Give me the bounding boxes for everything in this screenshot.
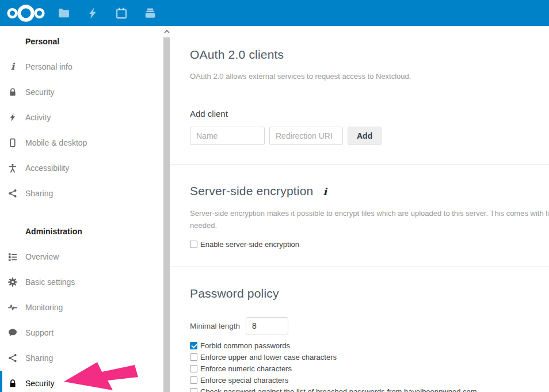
- policy-row: Enforce special characters: [190, 374, 549, 386]
- app-deck-button[interactable]: [143, 6, 158, 21]
- folder-icon: [58, 7, 70, 20]
- chevron-up-icon: [164, 30, 170, 33]
- policy-checkbox-label: Enforce numeric characters: [200, 364, 292, 373]
- password-policy-title: Password policy: [190, 286, 549, 301]
- policy-checkbox-label: Check password against the list of breac…: [200, 387, 477, 392]
- sidebar-section-personal: Personal: [0, 29, 163, 54]
- settings-sidebar: PersonaliPersonal infoSecurityActivityMo…: [0, 26, 163, 392]
- policy-row: Enforce numeric characters: [190, 363, 549, 374]
- share-icon: [7, 353, 18, 363]
- enable-encryption-checkbox[interactable]: [190, 241, 197, 248]
- policy-row: Enforce upper and lower case characters: [190, 351, 549, 363]
- gear-icon: [7, 277, 18, 287]
- top-bar: [0, 0, 549, 26]
- minimal-length-row: Minimal length: [190, 317, 549, 334]
- encryption-title-text: Server-side encryption: [190, 184, 314, 197]
- app-menu: [56, 0, 171, 26]
- encryption-description-line2: needed.: [190, 219, 549, 231]
- policy-row: Check password against the list of breac…: [190, 386, 549, 392]
- lock-icon: [7, 87, 18, 97]
- app-files-button[interactable]: [56, 6, 71, 21]
- sidebar-item-activity[interactable]: Activity: [0, 105, 163, 130]
- scroll-up-button[interactable]: [163, 27, 170, 36]
- enable-encryption-row: Enable server-side encryption: [190, 238, 549, 250]
- enforce-numeric-characters-checkbox[interactable]: [190, 365, 197, 372]
- sidebar-section-administration: Administration: [0, 219, 163, 244]
- oauth-clients-title: OAuth 2.0 clients: [190, 47, 549, 62]
- calendar-icon: [115, 7, 128, 20]
- server-side-encryption-section: Server-side encryptioni Server-side encr…: [170, 165, 549, 267]
- pulse-icon: [7, 302, 18, 313]
- sidebar-item-personal-info[interactable]: iPersonal info: [0, 54, 163, 79]
- sidebar-item-mobile-desktop[interactable]: Mobile & desktop: [0, 130, 163, 155]
- client-name-input[interactable]: [190, 127, 265, 145]
- encryption-title: Server-side encryptioni: [190, 184, 549, 199]
- sidebar-item-overview[interactable]: Overview: [0, 244, 163, 269]
- password-policy-section: Password policy Minimal length Forbid co…: [170, 267, 549, 392]
- sidebar-item-security[interactable]: Security: [0, 79, 163, 105]
- sidebar-item-accessibility[interactable]: Accessibility: [0, 155, 163, 181]
- main-content: OAuth 2.0 clients OAuth 2.0 allows exter…: [170, 26, 549, 392]
- bolt-icon: [86, 7, 99, 20]
- nextcloud-logo[interactable]: [6, 3, 45, 22]
- policy-checkbox-label: Forbid common passwords: [200, 341, 290, 350]
- deck-icon: [144, 7, 157, 20]
- policy-row: Forbid common passwords: [190, 340, 549, 351]
- enable-encryption-label: Enable server-side encryption: [200, 240, 299, 249]
- sidebar-item-security[interactable]: Security: [0, 371, 163, 392]
- sidebar-item-sharing[interactable]: Sharing: [0, 345, 163, 371]
- sidebar-item-monitoring[interactable]: Monitoring: [0, 295, 163, 320]
- chat-icon: [7, 328, 18, 338]
- lock-icon: [7, 378, 18, 389]
- oauth-clients-description: OAuth 2.0 allows external services to re…: [190, 70, 549, 82]
- redirection-uri-input[interactable]: [269, 127, 343, 145]
- sidebar-scrollbar[interactable]: [163, 26, 170, 392]
- sidebar-item-sharing[interactable]: Sharing: [0, 181, 163, 206]
- sidebar-item-support[interactable]: Support: [0, 320, 163, 345]
- encryption-description-line1: Server-side encryption makes it possible…: [190, 207, 549, 219]
- scrollbar-thumb[interactable]: [163, 37, 170, 392]
- info-icon: i: [7, 62, 18, 72]
- list-icon: [7, 252, 18, 262]
- app-calendar-button[interactable]: [114, 6, 129, 21]
- enforce-upper-and-lower-case-characters-checkbox[interactable]: [190, 353, 197, 361]
- share-icon: [7, 188, 18, 199]
- info-icon[interactable]: i: [323, 186, 327, 197]
- sidebar-item-basic-settings[interactable]: Basic settings: [0, 269, 163, 295]
- enforce-special-characters-checkbox[interactable]: [190, 376, 197, 384]
- app-activity-button[interactable]: [85, 6, 100, 21]
- policy-checkbox-label: Enforce special characters: [200, 376, 288, 385]
- forbid-common-passwords-checkbox[interactable]: [190, 342, 197, 349]
- bolt-icon: [7, 112, 18, 123]
- policy-checkbox-label: Enforce upper and lower case characters: [200, 353, 337, 361]
- minimal-length-label: Minimal length: [190, 322, 240, 330]
- password-policy-checkboxes: Forbid common passwordsEnforce upper and…: [190, 340, 549, 392]
- check-password-against-the-list-of-breac-checkbox[interactable]: [190, 388, 197, 392]
- encryption-description: Server-side encryption makes it possible…: [190, 207, 549, 231]
- accessibility-icon: [7, 163, 18, 173]
- add-client-form: Add: [190, 127, 549, 145]
- add-client-button[interactable]: Add: [348, 127, 382, 145]
- phone-icon: [7, 138, 18, 148]
- minimal-length-input[interactable]: [246, 317, 288, 334]
- oauth-clients-section: OAuth 2.0 clients OAuth 2.0 allows exter…: [170, 26, 549, 165]
- add-client-label: Add client: [190, 109, 549, 119]
